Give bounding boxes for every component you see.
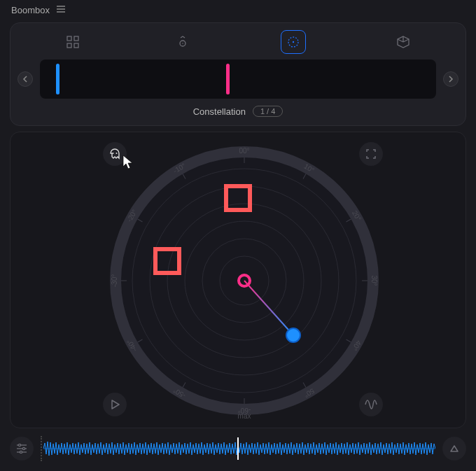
svg-text:-30°: -30° — [111, 274, 118, 287]
degree-tick: 00° — [239, 147, 249, 155]
svg-point-45 — [20, 451, 22, 453]
timeline-marker[interactable] — [56, 64, 59, 94]
next-button[interactable] — [443, 71, 458, 87]
svg-point-7 — [293, 41, 294, 43]
svg-rect-1 — [74, 36, 78, 41]
svg-rect-3 — [74, 43, 78, 48]
max-label: max — [238, 412, 251, 420]
constellation-view-tab[interactable] — [281, 30, 306, 54]
svg-rect-46 — [43, 448, 435, 449]
radar-display[interactable]: 00° 10° 20° 30° 40° 50° -60° -50° -40° -… — [108, 141, 380, 421]
svg-point-5 — [182, 43, 183, 44]
svg-rect-0 — [67, 36, 71, 41]
pan-view-tab[interactable] — [170, 30, 195, 54]
svg-point-43 — [18, 444, 20, 446]
timeline-track[interactable] — [40, 59, 436, 99]
prev-button[interactable] — [18, 71, 33, 87]
top-panel: Constellation 1 / 4 — [10, 22, 466, 126]
svg-point-44 — [22, 447, 24, 449]
target-marker[interactable] — [224, 184, 252, 212]
waveform-track[interactable] — [41, 436, 435, 461]
waveform-bar — [10, 434, 466, 463]
radar-cursor-dot[interactable] — [286, 328, 300, 342]
settings-button[interactable] — [10, 437, 34, 461]
svg-rect-2 — [67, 43, 71, 48]
timeline-marker[interactable] — [226, 64, 230, 94]
page-indicator: 1 / 4 — [253, 106, 283, 117]
collapse-button[interactable] — [442, 437, 466, 461]
menu-icon[interactable] — [57, 5, 65, 15]
grid-view-tab[interactable] — [60, 30, 85, 54]
view-label: Constellation — [193, 106, 246, 117]
svg-text:30°: 30° — [370, 275, 378, 286]
app-title: Boombox — [11, 5, 50, 15]
target-marker[interactable] — [153, 247, 181, 275]
radar-panel: 00° 10° 20° 30° 40° 50° -60° -50° -40° -… — [10, 132, 466, 428]
cube-view-tab[interactable] — [391, 30, 416, 54]
